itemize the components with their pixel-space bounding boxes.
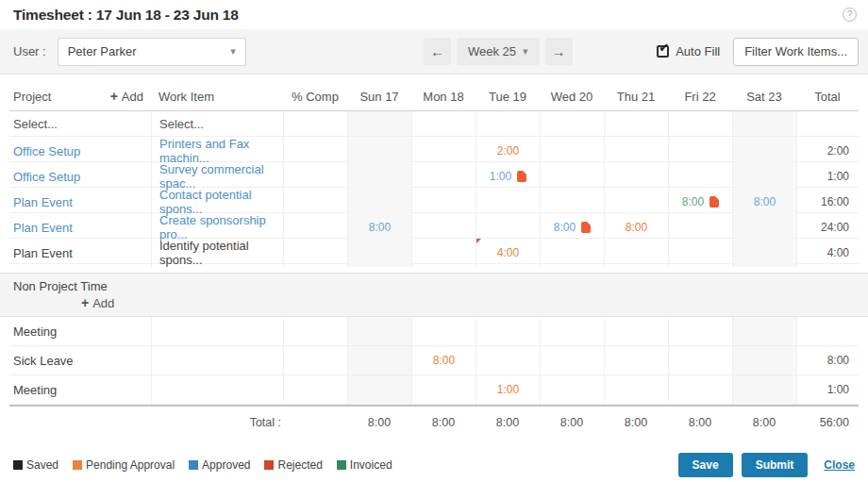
prev-week-button[interactable]: ←: [424, 38, 451, 65]
project-cell[interactable]: Plan Event: [9, 213, 151, 241]
project-cell[interactable]: Select...: [9, 111, 151, 136]
project-cell[interactable]: Plan Event: [9, 188, 151, 216]
timesheet-day-cell[interactable]: [604, 137, 668, 165]
non-project-name-cell[interactable]: Meeting: [9, 375, 151, 404]
notes-document-icon[interactable]: [709, 196, 719, 208]
timesheet-day-cell[interactable]: [732, 213, 796, 241]
notes-document-icon[interactable]: [517, 171, 526, 182]
percent-complete-cell[interactable]: [283, 213, 347, 241]
non-project-name-cell[interactable]: Meeting: [9, 317, 151, 345]
week-select-button[interactable]: Week 25 ▾: [457, 38, 540, 65]
timesheet-day-cell[interactable]: [411, 375, 476, 404]
timesheet-day-cell[interactable]: [347, 375, 411, 404]
timesheet-day-cell[interactable]: [604, 375, 668, 404]
timesheet-day-cell[interactable]: [411, 213, 476, 241]
timesheet-day-cell[interactable]: 4:00: [476, 239, 540, 267]
timesheet-day-cell[interactable]: [540, 239, 604, 267]
timesheet-day-cell[interactable]: [732, 137, 796, 165]
timesheet-day-cell[interactable]: [347, 137, 411, 165]
time-entry-value[interactable]: 2:00: [497, 144, 519, 158]
percent-complete-cell[interactable]: [283, 111, 347, 136]
notes-document-icon[interactable]: [581, 222, 591, 233]
timesheet-day-cell[interactable]: [347, 188, 411, 216]
timesheet-day-cell[interactable]: [668, 239, 732, 267]
close-link[interactable]: Close: [824, 458, 855, 472]
timesheet-day-cell[interactable]: [476, 213, 540, 241]
timesheet-day-cell[interactable]: [668, 375, 732, 404]
timesheet-day-cell[interactable]: [540, 162, 604, 191]
timesheet-day-cell[interactable]: [732, 111, 796, 136]
timesheet-day-cell[interactable]: [411, 162, 476, 191]
timesheet-day-cell[interactable]: [732, 317, 796, 345]
timesheet-day-cell[interactable]: 8:00: [347, 213, 411, 241]
timesheet-day-cell[interactable]: [476, 317, 540, 345]
timesheet-day-cell[interactable]: [411, 137, 476, 165]
percent-complete-cell[interactable]: [283, 137, 347, 165]
project-cell[interactable]: Office Setup: [9, 137, 151, 165]
project-cell[interactable]: Plan Event: [9, 239, 151, 267]
percent-complete-cell[interactable]: [283, 188, 347, 216]
time-entry-value[interactable]: 8:00: [626, 221, 647, 234]
user-select[interactable]: Peter Parker ▾: [58, 38, 246, 66]
project-cell[interactable]: Office Setup: [9, 162, 151, 191]
filter-work-items-button[interactable]: Filter Work Items...: [733, 38, 859, 66]
submit-button[interactable]: Submit: [742, 453, 809, 477]
time-entry-value[interactable]: 8:00: [682, 195, 704, 208]
timesheet-day-cell[interactable]: 2:00: [476, 137, 540, 165]
timesheet-day-cell[interactable]: [604, 346, 668, 374]
time-entry-value[interactable]: 8:00: [369, 221, 391, 234]
timesheet-day-cell[interactable]: 8:00: [668, 188, 732, 216]
timesheet-day-cell[interactable]: [411, 111, 476, 136]
percent-complete-cell[interactable]: [283, 162, 347, 191]
timesheet-day-cell[interactable]: [732, 162, 796, 191]
timesheet-day-cell[interactable]: [668, 317, 732, 345]
timesheet-day-cell[interactable]: 8:00: [540, 213, 604, 241]
time-entry-value[interactable]: 8:00: [554, 221, 576, 234]
timesheet-day-cell[interactable]: [476, 111, 540, 136]
percent-complete-cell[interactable]: [283, 239, 347, 267]
time-entry-value[interactable]: 4:00: [497, 246, 519, 259]
time-entry-value[interactable]: 8:00: [754, 195, 776, 208]
add-non-project-row-button[interactable]: + Add: [81, 295, 114, 310]
timesheet-day-cell[interactable]: [604, 317, 668, 345]
save-button[interactable]: Save: [678, 453, 733, 477]
non-project-name-cell[interactable]: Sick Leave: [9, 346, 151, 374]
timesheet-day-cell[interactable]: [540, 317, 604, 345]
timesheet-day-cell[interactable]: 1:00: [476, 162, 540, 191]
timesheet-day-cell[interactable]: [411, 239, 476, 267]
timesheet-day-cell[interactable]: [347, 317, 411, 345]
work-item-cell[interactable]: Survey commercial spac...: [151, 162, 283, 191]
timesheet-day-cell[interactable]: [604, 162, 668, 191]
timesheet-day-cell[interactable]: [732, 346, 796, 374]
timesheet-day-cell[interactable]: [540, 137, 604, 165]
timesheet-day-cell[interactable]: [668, 213, 732, 241]
autofill-toggle[interactable]: Auto Fill: [657, 44, 720, 58]
timesheet-day-cell[interactable]: [668, 162, 732, 191]
timesheet-day-cell[interactable]: [540, 346, 604, 374]
help-icon[interactable]: ?: [843, 8, 857, 22]
timesheet-day-cell[interactable]: [540, 188, 604, 216]
work-item-cell[interactable]: Select...: [151, 111, 283, 136]
timesheet-day-cell[interactable]: 8:00: [411, 346, 476, 374]
time-entry-value[interactable]: 1:00: [490, 170, 511, 183]
timesheet-day-cell[interactable]: [347, 346, 411, 374]
timesheet-day-cell[interactable]: [732, 375, 796, 404]
next-week-button[interactable]: →: [545, 38, 573, 65]
timesheet-day-cell[interactable]: 8:00: [732, 188, 796, 216]
work-item-cell[interactable]: Identify potential spons...: [151, 239, 283, 267]
timesheet-day-cell[interactable]: 8:00: [604, 213, 668, 241]
timesheet-day-cell[interactable]: [540, 111, 604, 136]
timesheet-day-cell[interactable]: [604, 111, 668, 136]
work-item-cell[interactable]: Printers and Fax machin...: [151, 137, 283, 165]
timesheet-day-cell[interactable]: [668, 137, 732, 165]
timesheet-day-cell[interactable]: [411, 317, 476, 345]
timesheet-day-cell[interactable]: [540, 375, 604, 404]
timesheet-day-cell[interactable]: [604, 239, 668, 267]
time-entry-value[interactable]: 1:00: [497, 383, 519, 396]
work-item-cell[interactable]: Contact potential spons...: [151, 188, 283, 216]
work-item-cell[interactable]: Create sponsorship pro...: [151, 213, 283, 241]
timesheet-day-cell[interactable]: [668, 346, 732, 374]
timesheet-day-cell[interactable]: [604, 188, 668, 216]
timesheet-day-cell[interactable]: [411, 188, 476, 216]
timesheet-day-cell[interactable]: [476, 346, 540, 374]
